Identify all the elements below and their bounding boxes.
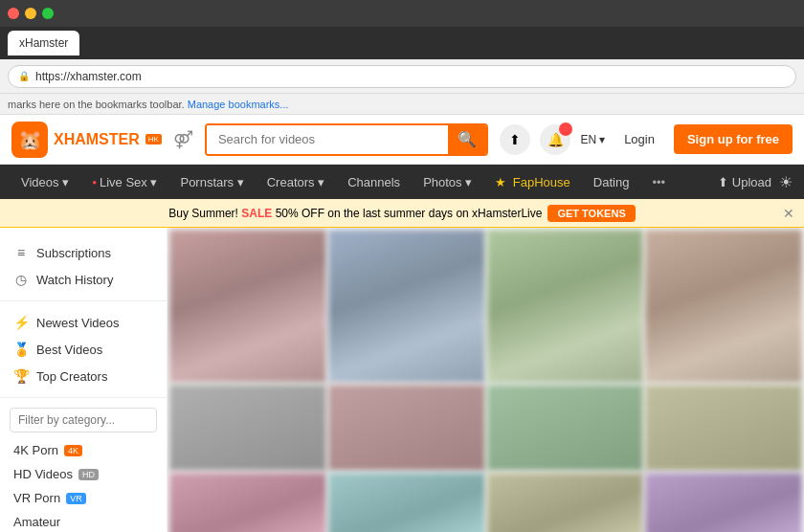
- category-item-vr-porn[interactable]: VR Porn VR: [0, 486, 167, 510]
- categories-list: 4K Porn 4K HD Videos HD VR Porn VR Amate…: [0, 438, 167, 532]
- nav-item-faphouse[interactable]: ★ FapHouse: [485, 165, 580, 199]
- signup-button[interactable]: Sign up for free: [674, 124, 793, 154]
- vr-badge: VR: [66, 493, 86, 504]
- thumb-cell-10[interactable]: [328, 473, 485, 532]
- sidebar-divider-2: [0, 397, 167, 398]
- tab-title: xHamster: [19, 36, 68, 50]
- thumb-cell-8[interactable]: [645, 385, 802, 471]
- logo[interactable]: 🐹 XHAMSTER HK: [11, 122, 162, 158]
- notif-badge: [559, 122, 572, 136]
- sale-text: SALE: [241, 207, 272, 220]
- category-item-4k-porn[interactable]: 4K Porn 4K: [0, 438, 167, 462]
- promo-text: Buy Summer! SALE 50% OFF on the last sum…: [168, 207, 542, 220]
- header-actions: ⬆ 🔔 EN ▾ Login Sign up for free: [500, 124, 793, 155]
- get-tokens-button[interactable]: GET TOKENS: [547, 205, 635, 222]
- category-filter-input[interactable]: [10, 408, 157, 432]
- category-item-hd-videos[interactable]: HD Videos HD: [0, 462, 167, 486]
- site-header: 🐹 XHAMSTER HK ⚤ 🔍 ⬆ 🔔 EN ▾ Login Sign up…: [0, 115, 804, 165]
- upload-nav-btn[interactable]: ⬆ Upload: [718, 175, 771, 189]
- nav-item-live-sex[interactable]: ●Live Sex ▾: [82, 165, 167, 199]
- nav-item-channels[interactable]: Channels: [338, 165, 410, 199]
- newest-videos-icon: ⚡: [13, 315, 29, 330]
- login-button[interactable]: Login: [614, 126, 664, 152]
- lang-text: EN: [580, 133, 596, 146]
- bookmarks-text: marks here on the bookmarks toolbar.: [8, 99, 185, 110]
- theme-toggle-icon[interactable]: ☀: [779, 173, 793, 191]
- browser-tab-bar: xHamster: [0, 27, 804, 59]
- nav-item-dating[interactable]: Dating: [584, 165, 639, 199]
- lock-icon: 🔒: [18, 71, 30, 81]
- sidebar: ≡ Subscriptions ◷ Watch History ⚡ Newest…: [0, 228, 168, 532]
- browser-maximize[interactable]: [42, 8, 54, 19]
- sidebar-item-best-videos[interactable]: 🏅 Best Videos: [0, 336, 167, 363]
- category-item-amateur[interactable]: Amateur: [0, 510, 167, 532]
- manage-bookmarks-link[interactable]: Manage bookmarks...: [188, 99, 289, 110]
- nav-item-videos[interactable]: Videos ▾: [11, 165, 78, 199]
- category-label-4k-porn: 4K Porn: [13, 443, 58, 457]
- logo-icon: 🐹: [11, 122, 48, 158]
- sidebar-divider-1: [0, 300, 167, 301]
- category-label-amateur: Amateur: [13, 515, 60, 529]
- 4k-badge: 4K: [64, 445, 82, 456]
- promo-banner: Buy Summer! SALE 50% OFF on the last sum…: [0, 199, 804, 228]
- nav-item-creators[interactable]: Creators ▾: [257, 165, 334, 199]
- active-tab[interactable]: xHamster: [8, 31, 79, 55]
- subscriptions-label: Subscriptions: [36, 246, 111, 260]
- top-creators-label: Top Creators: [36, 369, 107, 384]
- thumb-cell-6[interactable]: [328, 385, 485, 471]
- sidebar-features-section: ⚡ Newest Videos 🏅 Best Videos 🏆 Top Crea…: [0, 305, 167, 393]
- search-bar: 🔍: [205, 123, 489, 156]
- logo-text: XHAMSTER: [54, 131, 140, 148]
- browser-chrome: [0, 0, 804, 27]
- thumb-cell-5[interactable]: [169, 385, 326, 471]
- thumbnail-row-1: [169, 230, 802, 383]
- nav-item-photos[interactable]: Photos ▾: [413, 165, 481, 199]
- sidebar-item-top-creators[interactable]: 🏆 Top Creators: [0, 363, 167, 389]
- lang-dropdown-icon: ▾: [599, 133, 605, 146]
- thumb-cell-3[interactable]: [487, 230, 644, 383]
- content-grid: [168, 228, 804, 532]
- live-dot: ●: [92, 178, 97, 187]
- upload-icon-button[interactable]: ⬆: [500, 124, 530, 155]
- hd-badge: HD: [78, 469, 99, 480]
- browser-close[interactable]: [8, 8, 19, 19]
- faphouse-star-icon: ★: [495, 175, 506, 189]
- sidebar-item-watch-history[interactable]: ◷ Watch History: [0, 266, 167, 293]
- notification-button[interactable]: 🔔: [540, 124, 570, 155]
- upload-nav-icon: ⬆: [718, 175, 728, 189]
- content-area: [168, 228, 804, 532]
- thumb-cell-9[interactable]: [169, 473, 326, 532]
- thumb-cell-11[interactable]: [487, 473, 644, 532]
- newest-videos-label: Newest Videos: [36, 316, 119, 330]
- lang-selector[interactable]: EN ▾: [580, 133, 605, 146]
- bookmarks-bar: marks here on the bookmarks toolbar. Man…: [0, 94, 804, 115]
- category-label-vr-porn: VR Porn: [13, 491, 60, 505]
- category-label-hd-videos: HD Videos: [13, 467, 73, 481]
- nav-item-more[interactable]: •••: [642, 165, 675, 199]
- banner-close-button[interactable]: ✕: [783, 206, 794, 221]
- sidebar-item-subscriptions[interactable]: ≡ Subscriptions: [0, 239, 167, 266]
- url-bar[interactable]: 🔒 https://xhamster.com: [8, 65, 796, 88]
- browser-minimize[interactable]: [25, 8, 36, 19]
- subscriptions-icon: ≡: [13, 245, 29, 260]
- nav-right: ⬆ Upload ☀: [718, 173, 793, 191]
- thumb-cell-1[interactable]: [169, 230, 326, 383]
- top-creators-icon: 🏆: [13, 368, 29, 384]
- browser-address-bar: 🔒 https://xhamster.com: [0, 59, 804, 94]
- nav-item-pornstars[interactable]: Pornstars ▾: [170, 165, 253, 199]
- site-nav: Videos ▾ ●Live Sex ▾ Pornstars ▾ Creator…: [0, 165, 804, 199]
- thumbnail-row-3: [169, 473, 802, 532]
- main-layout: ≡ Subscriptions ◷ Watch History ⚡ Newest…: [0, 228, 804, 532]
- search-input[interactable]: [207, 125, 449, 154]
- thumbnail-row-2: [169, 385, 802, 471]
- thumb-cell-4[interactable]: [645, 230, 802, 383]
- thumb-cell-7[interactable]: [487, 385, 644, 471]
- thumb-cell-12[interactable]: [645, 473, 802, 532]
- logo-badge: HK: [145, 134, 162, 144]
- best-videos-icon: 🏅: [13, 342, 29, 357]
- best-videos-label: Best Videos: [36, 343, 102, 357]
- sidebar-menu-section: ≡ Subscriptions ◷ Watch History: [0, 235, 167, 297]
- sidebar-item-newest-videos[interactable]: ⚡ Newest Videos: [0, 309, 167, 336]
- thumb-cell-2[interactable]: [328, 230, 485, 383]
- search-button[interactable]: 🔍: [448, 125, 486, 154]
